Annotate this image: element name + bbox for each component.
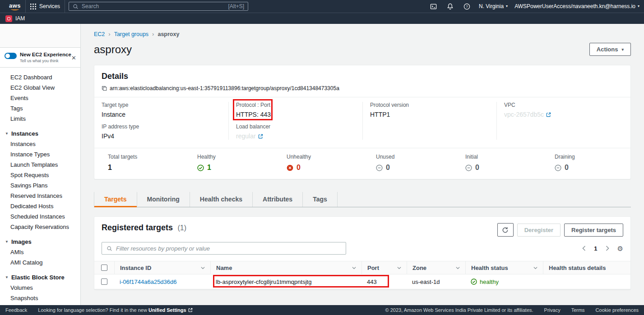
sidebar-item[interactable]: Scheduled Instances: [0, 211, 80, 222]
sidebar-group-instances: InstancesInstance TypesLaunch TemplatesS…: [0, 139, 80, 232]
sidebar-item[interactable]: EC2 Global View: [0, 82, 80, 93]
sidebar-item[interactable]: Savings Plans: [0, 180, 80, 191]
terms-link[interactable]: Terms: [571, 307, 585, 313]
sidebar-group-top: EC2 DashboardEC2 Global ViewEventsTagsLi…: [0, 72, 80, 124]
console-footer: Feedback Looking for language selection?…: [0, 305, 644, 315]
topbar-left-group: aws Services Search [Alt+S]: [5, 0, 248, 13]
cell-zone: us-east-1d: [407, 278, 465, 285]
column-header-name[interactable]: Name: [210, 261, 361, 274]
sidebar-item[interactable]: EC2 Dashboard: [0, 72, 80, 82]
column-header-health-status[interactable]: Health status: [465, 261, 543, 274]
actions-button[interactable]: Actions ▾: [589, 43, 631, 56]
sidebar-section-instances[interactable]: ▼ Instances: [0, 128, 80, 139]
breadcrumb-link-target-groups[interactable]: Target groups: [114, 31, 148, 37]
external-link-icon: [546, 112, 551, 117]
chevron-down-icon: ▾: [621, 47, 624, 52]
sidebar-item[interactable]: Instance Types: [0, 149, 80, 160]
minus-circle-icon: [465, 164, 472, 171]
sidebar: New EC2 Experience Tell us what you thin…: [0, 24, 81, 305]
field-ip-address-type: IP address type IPv4: [102, 123, 221, 140]
help-button[interactable]: ?: [462, 1, 472, 11]
global-search-input[interactable]: Search [Alt+S]: [69, 2, 248, 11]
tab-health-checks[interactable]: Health checks: [190, 192, 253, 207]
column-header-health-status-details: Health status details: [543, 261, 630, 274]
row-select-cell: [94, 278, 114, 285]
experience-toggle[interactable]: [5, 53, 17, 59]
sidebar-item[interactable]: Spot Requests: [0, 170, 80, 180]
region-selector[interactable]: N. Virginia ▾: [479, 3, 508, 9]
sidebar-section-images[interactable]: ▼ Images: [0, 237, 80, 247]
field-vpc: VPC vpc-2657db5c: [504, 102, 623, 118]
service-tab-iam[interactable]: IAM: [15, 15, 25, 22]
column-header-instance-id[interactable]: Instance ID: [114, 261, 210, 274]
minus-circle-icon: [376, 164, 383, 171]
feedback-link[interactable]: Feedback: [5, 307, 27, 313]
details-panel: Details arn:aws:elasticloadbalancing:us-…: [94, 65, 631, 179]
unified-settings-link[interactable]: Unified Settings: [148, 307, 193, 313]
sidebar-item[interactable]: Events: [0, 93, 80, 103]
sidebar-item[interactable]: Snapshots: [0, 293, 80, 303]
close-icon[interactable]: ✕: [71, 54, 76, 61]
next-page-button[interactable]: [604, 245, 611, 252]
sidebar-section-elastic-block-store[interactable]: ▼ Elastic Block Store: [0, 272, 80, 283]
sidebar-item[interactable]: Tags: [0, 103, 80, 114]
table-settings-button[interactable]: ⚙: [617, 245, 623, 252]
breadcrumb-separator-icon: ›: [152, 31, 154, 37]
cell-instance-id: i-06f1744a6a25d36d6: [114, 278, 210, 285]
sidebar-item[interactable]: Volumes: [0, 283, 80, 293]
tab-targets[interactable]: Targets: [94, 192, 137, 207]
sidebar-item[interactable]: AMIs: [0, 247, 80, 257]
registered-targets-table: Instance ID Name Port Zone Health status: [94, 261, 630, 289]
tab-attributes[interactable]: Attributes: [253, 192, 303, 207]
cloudshell-button[interactable]: [429, 1, 439, 11]
registered-targets-header: Registered targets (1) Deregister Regist…: [94, 217, 630, 237]
sidebar-item[interactable]: Launch Templates: [0, 160, 80, 170]
register-targets-button[interactable]: Register targets: [564, 224, 623, 237]
sidebar-item[interactable]: Capacity Reservations: [0, 222, 80, 232]
sort-icon: [201, 266, 205, 270]
sidebar-item[interactable]: Instances: [0, 139, 80, 149]
aws-smile-icon: [11, 8, 19, 10]
cloudshell-terminal-icon: [430, 3, 437, 10]
tab-tags[interactable]: Tags: [303, 192, 338, 207]
check-circle-icon: [471, 278, 477, 285]
chevron-left-icon: [582, 246, 586, 251]
tab-monitoring[interactable]: Monitoring: [137, 192, 190, 207]
notifications-button[interactable]: [445, 1, 455, 11]
table-row: i-06f1744a6a25d36d6 lb-asproxytyler-cfcg…: [94, 274, 630, 289]
instance-id-link[interactable]: i-06f1744a6a25d36d6: [120, 278, 177, 285]
account-menu[interactable]: AWSPowerUserAccess/navaneeth.kn@harness.…: [514, 3, 639, 9]
row-checkbox[interactable]: [101, 278, 107, 285]
sidebar-item[interactable]: Reserved Instances: [0, 191, 80, 201]
sidebar-item[interactable]: AMI Catalog: [0, 257, 80, 268]
cookie-preferences-link[interactable]: Cookie preferences: [596, 307, 639, 313]
privacy-link[interactable]: Privacy: [544, 307, 561, 313]
previous-page-button[interactable]: [580, 245, 588, 252]
copy-arn-button[interactable]: [102, 86, 107, 91]
aws-logo[interactable]: aws: [5, 3, 25, 10]
section-label: Elastic Block Store: [11, 274, 65, 281]
vpc-link[interactable]: vpc-2657db5c: [504, 111, 551, 118]
chevron-down-icon: ▾: [638, 5, 639, 8]
select-all-checkbox[interactable]: [101, 265, 107, 271]
details-header: Details arn:aws:elasticloadbalancing:us-…: [94, 65, 630, 97]
filter-input[interactable]: Filter resources by property or value: [102, 242, 346, 255]
chevron-right-icon: [606, 246, 609, 251]
details-fields: Target type Instance IP address type IPv…: [94, 97, 630, 148]
experience-subtitle: Tell us what you think: [20, 59, 71, 63]
deregister-button[interactable]: Deregister: [517, 224, 561, 237]
stat-draining: Draining 0: [541, 154, 630, 172]
refresh-button[interactable]: [497, 223, 514, 237]
services-menu-button[interactable]: Services: [25, 0, 65, 13]
column-header-zone[interactable]: Zone: [407, 261, 465, 274]
search-placeholder: Search: [82, 3, 99, 9]
sidebar-item[interactable]: Dedicated Hosts: [0, 201, 80, 211]
details-column-3: Protocol version HTTP1: [362, 102, 496, 140]
sidebar-item[interactable]: Limits: [0, 114, 80, 124]
load-balancer-link[interactable]: regular: [236, 132, 263, 140]
page-number[interactable]: 1: [594, 245, 597, 252]
column-header-port[interactable]: Port: [361, 261, 407, 274]
breadcrumb-link-ec2[interactable]: EC2: [94, 31, 105, 37]
external-link-icon: [188, 308, 193, 312]
svg-text:?: ?: [466, 5, 468, 9]
